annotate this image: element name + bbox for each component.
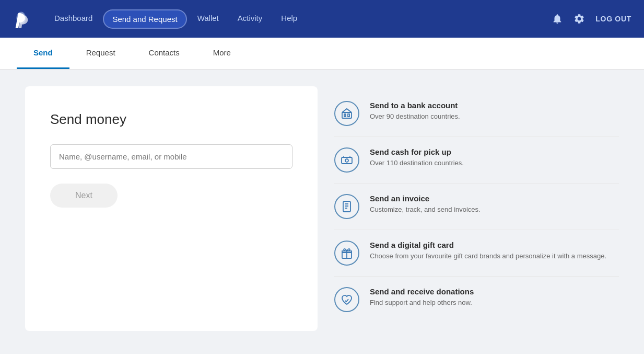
service-desc-gift-card: Choose from your favourite gift card bra… [370,252,619,261]
logout-button[interactable]: LOG OUT [595,15,631,23]
recipient-input[interactable] [50,144,292,169]
paypal-logo [13,8,33,29]
nav-links: DashboardSend and RequestWalletActivityH… [46,9,306,29]
service-title-donations: Send and receive donations [370,287,619,296]
send-title: Send money [50,111,292,128]
nav-link-wallet[interactable]: Wallet [189,9,227,29]
service-desc-cash-pickup: Over 110 destination countries. [370,158,619,168]
navbar: DashboardSend and RequestWalletActivityH… [0,0,644,38]
nav-link-activity[interactable]: Activity [229,9,271,29]
service-icon-bank-account [334,101,359,126]
tabs-container: SendRequestContactsMore [17,38,248,69]
service-item-cash-pickup[interactable]: Send cash for pick upOver 110 destinatio… [334,137,619,184]
nav-right: LOG OUT [552,13,631,25]
service-text-cash-pickup: Send cash for pick upOver 110 destinatio… [370,147,619,168]
tabs-bar: SendRequestContactsMore [0,38,644,70]
service-text-bank-account: Send to a bank accountOver 90 destinatio… [370,101,619,121]
svg-rect-6 [343,201,350,212]
nav-link-dashboard[interactable]: Dashboard [46,9,101,29]
notification-bell-icon[interactable] [552,13,563,25]
service-desc-bank-account: Over 90 destination countries. [370,112,619,121]
service-text-gift-card: Send a digital gift cardChoose from your… [370,241,619,261]
nav-link-help[interactable]: Help [273,9,306,29]
settings-gear-icon[interactable] [573,13,585,25]
svg-rect-1 [342,112,352,118]
main-content: Send money Next Send to a bank accountOv… [0,70,644,348]
service-item-gift-card[interactable]: Send a digital gift cardChoose from your… [334,230,619,277]
svg-rect-4 [342,157,352,164]
service-title-cash-pickup: Send cash for pick up [370,147,619,156]
right-panel: Send to a bank accountOver 90 destinatio… [334,86,619,331]
service-item-invoice[interactable]: Send an invoiceCustomize, track, and sen… [334,184,619,230]
service-title-bank-account: Send to a bank account [370,101,619,110]
services-list: Send to a bank accountOver 90 destinatio… [334,90,619,323]
service-text-invoice: Send an invoiceCustomize, track, and sen… [370,194,619,214]
service-desc-donations: Find support and help others now. [370,298,619,307]
tab-request[interactable]: Request [69,38,132,69]
next-button[interactable]: Next [50,184,118,208]
service-icon-invoice [334,194,359,219]
service-item-bank-account[interactable]: Send to a bank accountOver 90 destinatio… [334,90,619,137]
service-title-invoice: Send an invoice [370,194,619,203]
tab-contacts[interactable]: Contacts [132,38,196,69]
service-text-donations: Send and receive donationsFind support a… [370,287,619,307]
tab-send[interactable]: Send [17,38,69,69]
service-item-donations[interactable]: Send and receive donationsFind support a… [334,277,619,323]
svg-point-5 [345,159,348,162]
send-panel: Send money Next [25,86,318,331]
service-icon-gift-card [334,241,359,266]
svg-rect-3 [348,114,349,117]
service-icon-donations [334,287,359,312]
service-desc-invoice: Customize, track, and send invoices. [370,205,619,214]
svg-rect-2 [344,114,346,117]
service-icon-cash-pickup [334,147,359,173]
service-title-gift-card: Send a digital gift card [370,241,619,249]
tab-more[interactable]: More [196,38,248,69]
nav-link-send-and-request[interactable]: Send and Request [103,9,186,29]
